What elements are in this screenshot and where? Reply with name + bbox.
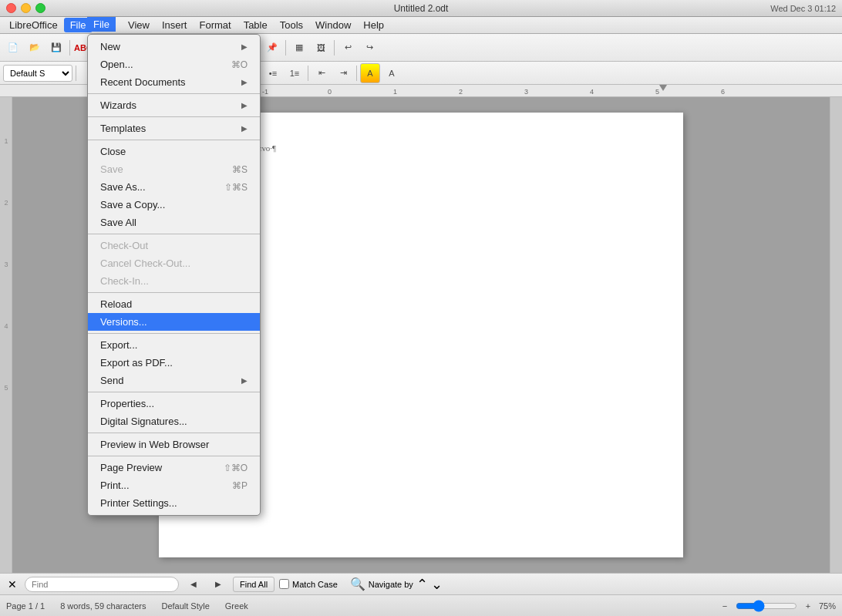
menu-libreoffice[interactable]: LibreOffice: [3, 18, 64, 32]
svg-text:1: 1: [393, 88, 397, 96]
find-prev-button[interactable]: ◀: [184, 574, 204, 594]
paste-button[interactable]: 📌: [262, 38, 282, 58]
menu-page-preview[interactable]: Page Preview ⇧⌘O: [88, 459, 260, 476]
style-select[interactable]: Default S: [3, 65, 72, 82]
insert-image-button[interactable]: 🖼: [311, 38, 331, 58]
sep-indent: [356, 66, 357, 81]
menu-print-shortcut: ⌘P: [232, 480, 248, 491]
navigate-next-icon[interactable]: ⌄: [431, 576, 443, 593]
save-button[interactable]: 💾: [46, 38, 66, 58]
svg-text:3: 3: [524, 88, 528, 96]
doc-line2: υή¶: [205, 153, 637, 162]
menu-table[interactable]: Table: [237, 18, 274, 32]
match-case-checkbox[interactable]: [279, 579, 289, 589]
indent-decrease-button[interactable]: ⇤: [312, 63, 332, 83]
page-count: Page 1 / 1: [6, 601, 45, 611]
menu-view[interactable]: View: [122, 18, 156, 32]
sep4: [88, 234, 260, 234]
navigate-prev-icon[interactable]: ⌃: [416, 576, 428, 593]
sep1: [88, 93, 260, 94]
menu-help[interactable]: Help: [357, 18, 390, 32]
file-dropdown: New ▶ Open... ⌘O Recent Documents ▶ Wiza…: [87, 34, 261, 516]
menu-recent[interactable]: Recent Documents ▶: [88, 73, 260, 91]
menu-templates-label: Templates: [100, 123, 146, 134]
menu-cancel-checkout: Cancel Check-Out...: [88, 254, 260, 272]
navigate-section: 🔍 Navigate by ⌃ ⌄: [350, 576, 443, 593]
indent-increase-button[interactable]: ⇥: [333, 63, 353, 83]
menu-templates[interactable]: Templates ▶: [88, 119, 260, 137]
menu-save-copy-label: Save a Copy...: [100, 199, 165, 210]
svg-text:2: 2: [4, 199, 8, 207]
font-color-button[interactable]: A: [382, 63, 402, 83]
menu-save-label: Save: [100, 163, 123, 175]
menu-export-pdf[interactable]: Export as PDF...: [88, 354, 260, 372]
window-controls[interactable]: [6, 3, 45, 13]
file-menu-active[interactable]: File: [87, 17, 116, 32]
highlight-color-button[interactable]: A: [360, 63, 380, 83]
svg-text:4: 4: [590, 88, 594, 96]
menu-new[interactable]: New ▶: [88, 38, 260, 56]
list-number-button[interactable]: 1≡: [285, 63, 305, 83]
menu-recent-arrow: ▶: [241, 78, 248, 86]
findbar: ✕ ◀ ▶ Find All Match Case 🔍 Navigate by …: [0, 573, 842, 594]
navigate-icon: 🔍: [350, 577, 365, 591]
zoom-out-button[interactable]: −: [717, 598, 733, 614]
menu-insert[interactable]: Insert: [156, 18, 194, 32]
zoom-slider[interactable]: [736, 600, 797, 612]
find-next-button[interactable]: ▶: [208, 574, 228, 594]
table-button[interactable]: ▦: [289, 38, 309, 58]
menu-save-as[interactable]: Save As... ⇧⌘S: [88, 178, 260, 196]
menu-save-copy[interactable]: Save a Copy...: [88, 196, 260, 214]
menu-reload[interactable]: Reload: [88, 295, 260, 313]
menu-save-as-shortcut: ⇧⌘S: [224, 182, 248, 193]
menu-save-all[interactable]: Save All: [88, 214, 260, 231]
menu-export[interactable]: Export...: [88, 336, 260, 354]
menu-export-label: Export...: [100, 339, 137, 351]
zoom-in-button[interactable]: +: [800, 598, 816, 614]
sep6: [88, 333, 260, 334]
menu-window[interactable]: Window: [309, 18, 357, 32]
open-button[interactable]: 📂: [25, 38, 45, 58]
menu-export-pdf-label: Export as PDF...: [100, 357, 173, 369]
menu-digital-sigs[interactable]: Digital Signatures...: [88, 412, 260, 430]
menu-preview-web[interactable]: Preview in Web Browser: [88, 436, 260, 453]
menu-page-preview-shortcut: ⇧⌘O: [224, 463, 248, 473]
svg-text:4: 4: [4, 322, 8, 330]
menu-close[interactable]: Close: [88, 143, 260, 160]
menu-versions-label: Versions...: [100, 316, 147, 328]
menu-open[interactable]: Open... ⌘O: [88, 56, 260, 73]
menu-checkin: Check-In...: [88, 272, 260, 290]
sep2: [88, 116, 260, 117]
maximize-button[interactable]: [35, 3, 45, 13]
menu-checkin-label: Check-In...: [100, 275, 149, 287]
new-doc-button[interactable]: 📄: [3, 38, 23, 58]
close-button[interactable]: [6, 3, 16, 13]
list-bullet-button[interactable]: •≡: [263, 63, 283, 83]
system-status: Wed Dec 3 01:12: [770, 4, 836, 13]
menu-cancel-checkout-label: Cancel Check-Out...: [100, 258, 190, 269]
find-all-button[interactable]: Find All: [233, 577, 274, 592]
menu-wizards-label: Wizards: [100, 99, 136, 111]
undo-button[interactable]: ↩: [338, 38, 358, 58]
menu-send[interactable]: Send ▶: [88, 372, 260, 389]
menu-properties[interactable]: Properties...: [88, 395, 260, 412]
minimize-button[interactable]: [21, 3, 31, 13]
menu-print[interactable]: Print... ⌘P: [88, 476, 260, 494]
menu-send-arrow: ▶: [241, 376, 248, 385]
menu-wizards[interactable]: Wizards ▶: [88, 96, 260, 114]
menu-reload-label: Reload: [100, 298, 132, 310]
svg-text:6: 6: [721, 88, 725, 96]
menu-versions[interactable]: Versions...: [88, 313, 260, 331]
find-input[interactable]: [25, 577, 179, 592]
svg-text:5: 5: [4, 384, 8, 392]
default-style: Default Style: [161, 601, 209, 611]
close-findbar-button[interactable]: ✕: [5, 577, 20, 592]
redo-button[interactable]: ↪: [359, 38, 379, 58]
menu-open-shortcut: ⌘O: [231, 59, 248, 70]
menu-tools[interactable]: Tools: [274, 18, 309, 32]
menu-templates-arrow: ▶: [241, 124, 248, 133]
menu-format[interactable]: Format: [193, 18, 237, 32]
menu-new-arrow: ▶: [241, 42, 248, 51]
menu-printer-settings[interactable]: Printer Settings...: [88, 494, 260, 512]
menu-properties-label: Properties...: [100, 398, 154, 409]
